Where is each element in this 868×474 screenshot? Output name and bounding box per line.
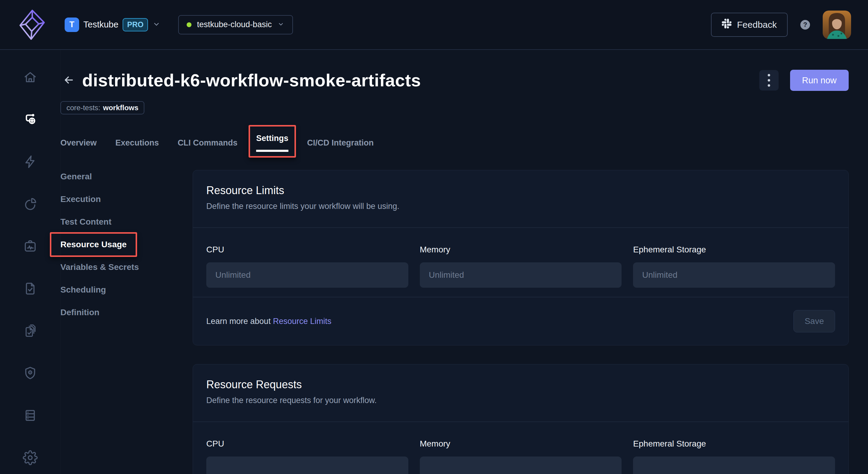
card-footer: Learn more about Resource Limits Save	[193, 297, 848, 345]
org-name: Testkube	[83, 20, 118, 30]
cpu-field-group: CPU	[206, 245, 408, 288]
ephemeral-storage-field-group: Ephemeral Storage	[633, 245, 835, 288]
org-switcher[interactable]: T Testkube PRO	[65, 18, 161, 32]
page-title: distributed-k6-workflow-smoke-artifacts	[82, 70, 421, 91]
main-content: distributed-k6-workflow-smoke-artifacts …	[60, 50, 868, 474]
settings-nav-test-content[interactable]: Test Content	[60, 217, 112, 227]
pro-badge: PRO	[123, 18, 148, 31]
annotation-box-settings-tab: Settings	[249, 125, 296, 158]
tab-overview[interactable]: Overview	[60, 138, 97, 148]
cpu-request-input[interactable]	[206, 456, 408, 474]
kebab-icon	[768, 74, 770, 76]
tab-executions[interactable]: Executions	[115, 138, 159, 148]
memory-label: Memory	[420, 439, 622, 449]
tab-cli-commands[interactable]: CLI Commands	[178, 138, 238, 148]
run-now-button[interactable]: Run now	[790, 70, 849, 91]
arrow-left-icon	[63, 74, 75, 87]
documents-stack-icon[interactable]	[23, 323, 38, 339]
tabs-bar: Overview Executions CLI Commands Setting…	[60, 134, 849, 152]
lightning-icon[interactable]	[23, 154, 38, 169]
memory-label: Memory	[420, 245, 622, 254]
save-button[interactable]: Save	[794, 310, 835, 333]
card-header: Resource Limits Define the resource limi…	[193, 170, 848, 227]
feedback-label: Feedback	[737, 20, 777, 30]
gear-icon[interactable]	[23, 450, 38, 465]
resource-limits-link[interactable]: Resource Limits	[273, 317, 332, 326]
label-key: core-tests:	[66, 103, 100, 112]
ephemeral-storage-limit-input[interactable]	[633, 262, 835, 288]
environment-selector[interactable]: testkube-cloud-basic	[178, 15, 293, 34]
workflow-add-icon[interactable]	[23, 112, 38, 127]
label-value: workflows	[103, 103, 138, 112]
ephemeral-storage-field-group: Ephemeral Storage	[633, 439, 835, 474]
chevron-down-icon	[277, 21, 284, 29]
ephemeral-storage-label: Ephemeral Storage	[633, 245, 835, 254]
memory-request-input[interactable]	[420, 456, 622, 474]
header-actions: Run now	[759, 70, 849, 91]
topbar: T Testkube PRO testkube-cloud-basic	[0, 0, 868, 50]
cpu-field-group: CPU	[206, 439, 408, 474]
memory-field-group: Memory	[420, 245, 622, 288]
resource-requests-card: Resource Requests Define the resource re…	[193, 364, 849, 474]
cpu-label: CPU	[206, 245, 408, 254]
label-badge: core-tests: workflows	[60, 101, 144, 115]
home-icon[interactable]	[23, 70, 38, 85]
card-fields: CPU Memory Ephemeral Storage	[193, 228, 848, 297]
cpu-limit-input[interactable]	[206, 262, 408, 288]
tab-settings[interactable]: Settings	[256, 134, 288, 143]
resource-limits-card: Resource Limits Define the resource limi…	[193, 170, 849, 345]
pie-chart-icon[interactable]	[23, 196, 38, 212]
page-header: distributed-k6-workflow-smoke-artifacts …	[60, 70, 849, 91]
settings-content: General Execution Test Content Resource …	[60, 170, 849, 474]
help-glyph: ?	[803, 21, 807, 29]
settings-nav-scheduling[interactable]: Scheduling	[60, 285, 106, 295]
sidebar	[0, 50, 60, 474]
more-options-button[interactable]	[759, 70, 779, 91]
body-row: distributed-k6-workflow-smoke-artifacts …	[0, 50, 868, 474]
status-dot-icon	[187, 22, 191, 27]
learn-more-text: Learn more about Resource Limits	[206, 317, 331, 326]
ephemeral-storage-label: Ephemeral Storage	[633, 439, 835, 449]
back-button[interactable]	[62, 74, 75, 87]
settings-nav: General Execution Test Content Resource …	[60, 170, 193, 474]
card-title: Resource Limits	[206, 184, 835, 197]
app-root: T Testkube PRO testkube-cloud-basic	[0, 0, 868, 474]
environment-name: testkube-cloud-basic	[197, 20, 272, 29]
chevron-down-icon	[152, 20, 161, 30]
card-title: Resource Requests	[206, 378, 835, 391]
annotation-box-resource-usage: Resource Usage	[50, 232, 137, 257]
settings-nav-general[interactable]: General	[60, 172, 92, 182]
server-rack-icon[interactable]	[23, 408, 38, 423]
settings-nav-execution[interactable]: Execution	[60, 194, 101, 204]
org-avatar: T	[65, 18, 79, 32]
settings-nav-variables-secrets[interactable]: Variables & Secrets	[60, 262, 139, 272]
topbar-right: Feedback ?	[711, 10, 851, 39]
settings-nav-resource-usage[interactable]: Resource Usage	[60, 240, 127, 249]
card-description: Define the resource requests for your wo…	[206, 396, 835, 405]
memory-limit-input[interactable]	[420, 262, 622, 288]
user-avatar[interactable]	[823, 10, 851, 39]
help-icon[interactable]: ?	[800, 20, 810, 30]
tab-cicd-integration[interactable]: CI/CD Integration	[307, 138, 374, 148]
ephemeral-storage-request-input[interactable]	[633, 456, 835, 474]
document-check-icon[interactable]	[23, 281, 38, 296]
card-fields: CPU Memory Ephemeral Storage	[193, 422, 848, 474]
feedback-button[interactable]: Feedback	[711, 13, 788, 37]
cards-column: Resource Limits Define the resource limi…	[193, 170, 849, 474]
settings-nav-definition[interactable]: Definition	[60, 308, 99, 317]
card-description: Define the resource limits your workflow…	[206, 202, 835, 211]
slack-icon	[722, 19, 732, 31]
card-header: Resource Requests Define the resource re…	[193, 365, 848, 421]
memory-field-group: Memory	[420, 439, 622, 474]
active-tab-underline	[256, 150, 288, 152]
testkube-logo-icon[interactable]	[14, 7, 50, 42]
cpu-label: CPU	[206, 439, 408, 449]
shield-gear-icon[interactable]	[23, 366, 38, 381]
monitor-pulse-icon[interactable]	[23, 239, 38, 254]
